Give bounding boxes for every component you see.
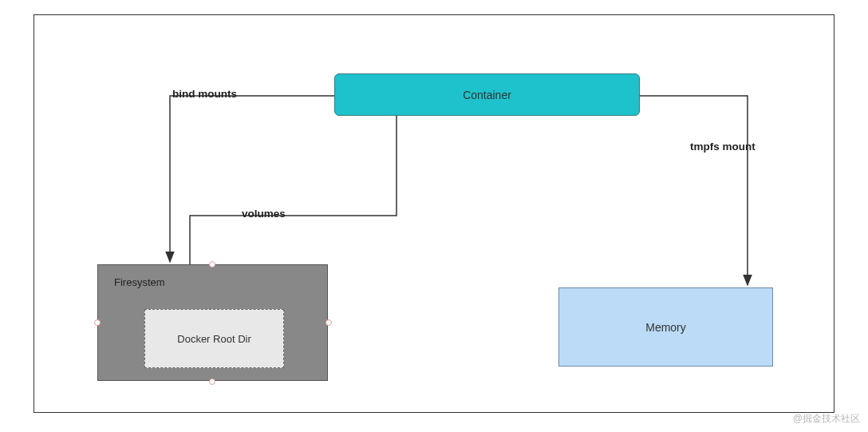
filesystem-label: Firesystem <box>114 276 165 288</box>
container-label: Container <box>463 89 511 101</box>
edge-label-tmpfs: tmpfs mount <box>690 141 756 153</box>
selection-handle <box>94 319 101 326</box>
memory-label: Memory <box>645 321 686 334</box>
edge-label-volumes: volumes <box>242 208 286 220</box>
selection-handle <box>209 378 215 385</box>
memory-node: Memory <box>558 287 773 367</box>
selection-handle <box>209 261 215 268</box>
docker-root-node: Docker Root Dir <box>144 309 284 368</box>
docker-root-label: Docker Root Dir <box>177 333 251 345</box>
edge-label-bind: bind mounts <box>172 88 237 100</box>
selection-handle <box>326 319 332 326</box>
watermark: @掘金技术社区 <box>793 412 860 426</box>
container-node: Container <box>334 73 640 116</box>
